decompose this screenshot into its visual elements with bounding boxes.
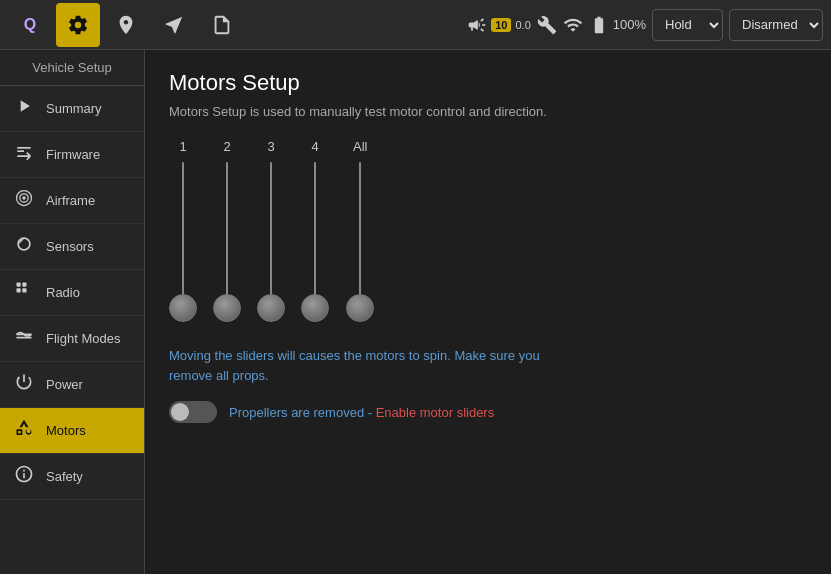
battery-value: 100% [613,17,646,32]
sidebar-item-summary[interactable]: Summary [0,86,144,132]
app-logo-icon: Q [24,16,36,34]
slider-2-thumb[interactable] [213,294,241,322]
slider-2-label: 2 [223,139,230,154]
svg-point-2 [22,196,25,199]
slider-all-col: All [353,139,367,322]
signal-icon [563,15,583,35]
slider-1-label: 1 [179,139,186,154]
toolbar-right: 10 0.0 100% Hold Loiter Auto Disarmed A [467,9,823,41]
slider-3-thumb[interactable] [257,294,285,322]
app-logo-button[interactable]: Q [8,3,52,47]
propellers-label-red: Enable motor sliders [376,405,495,420]
svg-rect-7 [17,288,21,292]
toolbar: Q 10 0.0 [0,0,831,50]
sensors-icon [12,234,36,259]
airframe-icon [12,188,36,213]
svg-rect-8 [22,288,26,292]
fly-icon [163,14,185,36]
motors-icon [12,418,36,443]
gear-icon [67,14,89,36]
slider-1-col: 1 [177,139,189,322]
firmware-icon [12,142,36,167]
sliders-container: 1 2 3 4 [177,139,807,322]
slider-4-thumb[interactable] [301,294,329,322]
summary-icon [12,96,36,121]
page-subtitle: Motors Setup is used to manually test mo… [169,104,807,119]
slider-3-col: 3 [265,139,277,322]
svg-rect-6 [22,283,26,287]
slider-all-thumb[interactable] [346,294,374,322]
sidebar-item-motors[interactable]: Motors [0,408,144,454]
plan-icon [211,14,233,36]
slider-3-track[interactable] [265,162,277,322]
safety-icon [12,464,36,489]
page-title: Motors Setup [169,70,807,96]
slider-2-col: 2 [221,139,233,322]
svg-rect-1 [17,150,24,152]
slider-1-track[interactable] [177,162,189,322]
sidebar-item-firmware[interactable]: Firmware [0,132,144,178]
slider-4-label: 4 [311,139,318,154]
settings-button[interactable] [56,3,100,47]
armed-select[interactable]: Disarmed Armed [729,9,823,41]
map-icon [115,14,137,36]
main-layout: Vehicle Setup Summary Firmware Airframe … [0,50,831,574]
sidebar-item-sensors[interactable]: Sensors [0,224,144,270]
sidebar-item-label-safety: Safety [46,469,83,484]
content-area: Motors Setup Motors Setup is used to man… [145,50,831,574]
wrench-status [537,15,557,35]
svg-rect-0 [17,147,30,149]
fly-button[interactable] [152,3,196,47]
messages-status[interactable]: 10 0.0 [467,15,531,35]
warning-text: Moving the sliders will causes the motor… [169,346,549,385]
plan-button[interactable] [200,3,244,47]
sidebar-item-label-flightmodes: Flight Modes [46,331,120,346]
sidebar-item-label-airframe: Airframe [46,193,95,208]
propellers-toggle[interactable] [169,401,217,423]
flightmodes-icon [12,326,36,351]
slider-all-track[interactable] [354,162,366,322]
svg-rect-5 [17,283,21,287]
megaphone-icon [467,15,487,35]
toggle-row: Propellers are removed - Enable motor sl… [169,401,807,423]
propellers-label-separator: - [368,405,376,420]
radio-icon [12,280,36,305]
signal-status [563,15,583,35]
battery-status: 100% [589,15,646,35]
propellers-label: Propellers are removed - Enable motor sl… [229,405,494,420]
sidebar-item-label-firmware: Firmware [46,147,100,162]
sidebar-item-safety[interactable]: Safety [0,454,144,500]
battery-icon [589,15,609,35]
slider-2-track[interactable] [221,162,233,322]
sidebar-item-flightmodes[interactable]: Flight Modes [0,316,144,362]
sidebar: Vehicle Setup Summary Firmware Airframe … [0,50,145,574]
messages-badge: 10 [491,18,511,32]
slider-4-track[interactable] [309,162,321,322]
sidebar-item-label-power: Power [46,377,83,392]
power-icon [12,372,36,397]
slider-all-label: All [353,139,367,154]
messages-value: 0.0 [515,19,530,31]
sidebar-item-airframe[interactable]: Airframe [0,178,144,224]
map-button[interactable] [104,3,148,47]
sidebar-header: Vehicle Setup [0,50,144,86]
sidebar-item-power[interactable]: Power [0,362,144,408]
slider-4-col: 4 [309,139,321,322]
sidebar-item-label-summary: Summary [46,101,102,116]
slider-1-thumb[interactable] [169,294,197,322]
wrench-icon [537,15,557,35]
toggle-knob [171,403,189,421]
sidebar-item-label-motors: Motors [46,423,86,438]
sidebar-item-label-sensors: Sensors [46,239,94,254]
propellers-label-blue: Propellers are removed [229,405,364,420]
slider-3-label: 3 [267,139,274,154]
hold-select[interactable]: Hold Loiter Auto [652,9,723,41]
sidebar-item-radio[interactable]: Radio [0,270,144,316]
sidebar-item-label-radio: Radio [46,285,80,300]
